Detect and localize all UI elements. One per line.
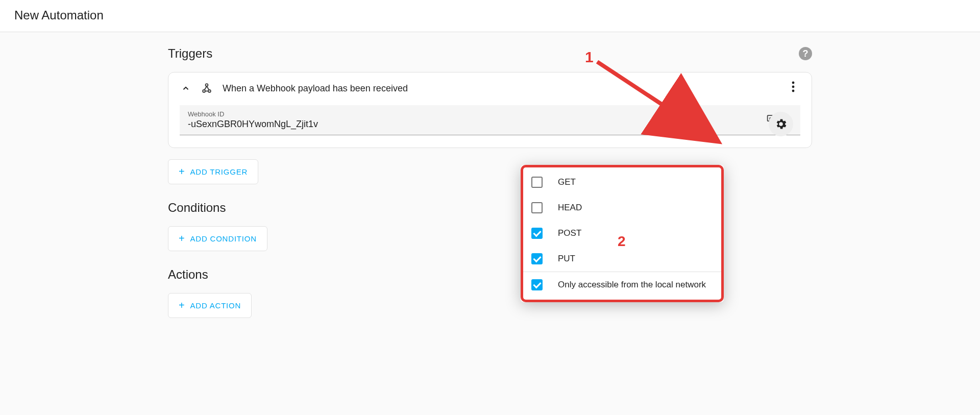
trigger-card-header: When a Webhook payload has been received — [168, 72, 812, 100]
svg-point-2 — [206, 84, 208, 86]
help-button[interactable]: ? — [799, 47, 812, 60]
triggers-header-row: Triggers ? — [168, 46, 812, 61]
webhook-id-field[interactable]: Webhook ID -uSexnGBR0HYwomNgL_Zjit1v — [180, 105, 800, 135]
plus-icon: + — [179, 300, 185, 311]
add-condition-button[interactable]: + ADD CONDITION — [168, 226, 267, 251]
trigger-menu-button[interactable] — [786, 80, 800, 94]
collapse-button[interactable] — [180, 82, 192, 94]
popup-option[interactable]: Only accessible from the local network — [523, 272, 721, 298]
trigger-card: When a Webhook payload has been received… — [168, 72, 812, 148]
checkbox[interactable] — [531, 279, 543, 290]
add-trigger-label: ADD TRIGGER — [190, 167, 248, 176]
checkbox[interactable] — [531, 253, 543, 264]
plus-icon: + — [179, 233, 185, 245]
svg-point-4 — [792, 86, 795, 88]
add-trigger-button[interactable]: + ADD TRIGGER — [168, 159, 258, 184]
automation-canvas: Triggers ? When a Webhook payload has be… — [0, 32, 980, 415]
page-title: New Automation — [14, 8, 966, 22]
dots-vertical-icon — [792, 81, 795, 92]
svg-point-3 — [792, 82, 795, 84]
webhook-settings-button[interactable] — [769, 112, 793, 136]
trigger-card-title: When a Webhook payload has been received — [223, 83, 408, 94]
svg-point-5 — [792, 90, 795, 92]
popup-option[interactable]: HEAD — [523, 195, 721, 221]
checkbox[interactable] — [531, 228, 543, 239]
popup-option-label: Only accessible from the local network — [558, 280, 706, 290]
app-header: New Automation — [0, 0, 980, 32]
checkbox[interactable] — [531, 202, 543, 213]
chevron-up-icon — [181, 84, 190, 93]
svg-point-0 — [203, 90, 205, 92]
triggers-title: Triggers — [168, 46, 212, 61]
add-condition-label: ADD CONDITION — [190, 234, 256, 243]
popup-option[interactable]: PUT — [523, 246, 721, 272]
webhook-id-label: Webhook ID — [188, 110, 768, 118]
checkbox[interactable] — [531, 177, 543, 188]
annotation-label-1: 1 — [585, 48, 594, 66]
annotation-label-2: 2 — [618, 233, 626, 250]
plus-icon: + — [179, 166, 185, 178]
help-icon: ? — [803, 48, 808, 59]
svg-point-1 — [208, 90, 211, 92]
popup-option-label: POST — [558, 228, 581, 238]
webhook-id-value: -uSexnGBR0HYwomNgL_Zjit1v — [188, 119, 768, 130]
popup-option[interactable]: GET — [523, 169, 721, 195]
trigger-card-body: Webhook ID -uSexnGBR0HYwomNgL_Zjit1v — [168, 100, 812, 148]
popup-option-label: HEAD — [558, 203, 582, 213]
popup-option-label: PUT — [558, 254, 575, 264]
add-action-button[interactable]: + ADD ACTION — [168, 293, 252, 318]
add-action-label: ADD ACTION — [190, 301, 241, 310]
popup-option-label: GET — [558, 177, 576, 187]
gear-icon — [774, 117, 788, 131]
webhook-icon — [200, 82, 213, 95]
